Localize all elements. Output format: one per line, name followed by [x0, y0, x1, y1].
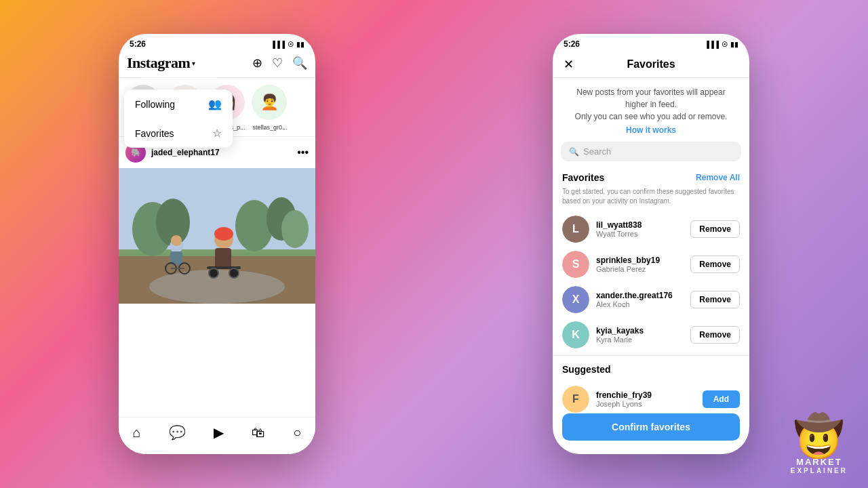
how-it-works-link[interactable]: How it works — [553, 125, 749, 135]
user-avatar-sprinkles: S — [562, 251, 589, 278]
favorites-hint: To get started, you can confirm these su… — [553, 187, 749, 211]
suggested-user-row-1: F frenchie_fry39 Joseph Lyons Add — [553, 382, 749, 417]
user-avatar-kyia: K — [562, 321, 589, 348]
watermark-line1: MARKET — [791, 457, 848, 467]
watermark-hat-icon: 🤠 — [791, 416, 848, 457]
user-name-3: Alex Koch — [596, 300, 684, 308]
user-handle-2: sprinkles_bby19 — [596, 256, 684, 265]
status-bar-left: 5:26 ▐▐▐ ☉ ▮▮ — [119, 34, 315, 52]
following-icon: 👥 — [208, 98, 222, 110]
close-button[interactable]: ✕ — [564, 57, 574, 72]
suggested-handle-1: frenchie_fry39 — [596, 390, 696, 400]
watermark-line2: EXPLAINER — [791, 467, 848, 474]
user-name-1: Wyatt Torres — [596, 230, 684, 238]
wifi-icon-r: ☉ — [722, 41, 728, 48]
header-icons: ⊕ ♡ 🔍 — [252, 56, 307, 70]
user-info-kyia: kyia_kayaks Kyra Marie — [596, 326, 684, 344]
battery-icon-r: ▮▮ — [730, 41, 738, 48]
favorites-label: Favorites — [135, 128, 174, 139]
status-bar-right: 5:26 ▐▐▐ ☉ ▮▮ — [553, 34, 749, 52]
remove-all-button[interactable]: Remove All — [696, 173, 740, 182]
svg-point-5 — [281, 210, 309, 248]
suggested-section: Suggested — [553, 359, 749, 382]
suggested-name-1: Joseph Lyons — [596, 400, 696, 408]
remove-button-2[interactable]: Remove — [690, 256, 740, 273]
status-icons-right: ▐▐▐ ☉ ▮▮ — [705, 41, 738, 48]
following-label: Following — [135, 99, 175, 110]
remove-button-4[interactable]: Remove — [690, 326, 740, 344]
right-phone: 5:26 ▐▐▐ ☉ ▮▮ ✕ Favorites New posts from… — [553, 34, 749, 454]
reels-nav-icon[interactable]: ▶ — [214, 424, 224, 441]
home-nav-icon[interactable]: ⌂ — [133, 425, 141, 441]
profile-nav-icon[interactable]: ○ — [293, 425, 301, 441]
user-handle-4: kyia_kayaks — [596, 326, 684, 336]
post-more-icon[interactable]: ••• — [297, 146, 309, 159]
messages-nav-icon[interactable]: 💬 — [169, 424, 186, 441]
user-info-frenchie: frenchie_fry39 Joseph Lyons — [596, 390, 696, 408]
following-option[interactable]: Following 👥 — [124, 89, 233, 119]
user-avatar-xander: X — [562, 286, 589, 313]
post-username: jaded_elephant17 — [151, 148, 220, 157]
user-info-lil-wyatt: lil_wyatt838 Wyatt Torres — [596, 220, 684, 238]
favorite-user-row-3: X xander.the.great176 Alex Koch Remove — [553, 282, 749, 317]
feed-filter-dropdown: Following 👥 Favorites ☆ — [124, 89, 233, 148]
bottom-navigation: ⌂ 💬 ▶ 🛍 ○ — [119, 417, 315, 454]
favorites-title: Favorites — [627, 58, 675, 70]
svg-point-9 — [214, 227, 233, 241]
section-divider — [553, 355, 749, 356]
instagram-header: Instagram ▾ ⊕ ♡ 🔍 — [119, 52, 315, 78]
status-icons-left: ▐▐▐ ☉ ▮▮ — [271, 41, 304, 48]
favorite-user-row-2: S sprinkles_bby19 Gabriela Perez Remove — [553, 247, 749, 282]
favorite-user-row-1: L lil_wyatt838 Wyatt Torres Remove — [553, 211, 749, 247]
user-name-2: Gabriela Perez — [596, 265, 684, 273]
battery-icon: ▮▮ — [296, 41, 304, 48]
time-left: 5:26 — [130, 39, 146, 49]
search-placeholder: Search — [583, 146, 611, 157]
post-image — [119, 168, 315, 304]
user-avatar-frenchie: F — [562, 386, 589, 413]
favorites-description: New posts from your favorites will appea… — [553, 78, 749, 125]
confirm-favorites-button[interactable]: Confirm favorites — [562, 413, 740, 441]
add-button-1[interactable]: Add — [703, 390, 740, 408]
add-post-icon[interactable]: ⊕ — [252, 56, 262, 70]
signal-icon: ▐▐▐ — [271, 41, 285, 48]
description-text: New posts from your favorites will appea… — [575, 87, 728, 121]
signal-icon-r: ▐▐▐ — [705, 41, 719, 48]
svg-rect-10 — [215, 248, 231, 268]
watermark: 🤠 MARKET EXPLAINER — [791, 416, 848, 474]
favorite-user-row-4: K kyia_kayaks Kyra Marie Remove — [553, 317, 749, 352]
search-icon-header[interactable]: 🔍 — [292, 56, 307, 70]
remove-button-3[interactable]: Remove — [690, 291, 740, 308]
favorites-option[interactable]: Favorites ☆ — [124, 119, 233, 148]
user-avatar-lil-wyatt: L — [562, 216, 589, 243]
user-info-sprinkles: sprinkles_bby19 Gabriela Perez — [596, 256, 684, 273]
wifi-icon: ☉ — [288, 41, 294, 48]
user-info-xander: xander.the.great176 Alex Koch — [596, 291, 684, 308]
search-icon-fav: 🔍 — [569, 147, 579, 157]
left-phone: 5:26 ▐▐▐ ☉ ▮▮ Instagram ▾ ⊕ ♡ 🔍 Followin… — [119, 34, 315, 454]
svg-point-15 — [171, 235, 182, 246]
story-stella[interactable]: 🧑‍🦱 stellas_gr0... — [252, 85, 288, 131]
heart-icon[interactable]: ♡ — [272, 56, 283, 70]
favorites-header: ✕ Favorites — [553, 52, 749, 78]
favorites-star-icon: ☆ — [212, 127, 222, 140]
search-bar[interactable]: 🔍 Search — [561, 142, 741, 161]
favorites-section-title: Favorites — [562, 172, 604, 183]
remove-button-1[interactable]: Remove — [690, 220, 740, 238]
time-right: 5:26 — [564, 39, 580, 49]
svg-point-12 — [209, 268, 218, 278]
instagram-logo[interactable]: Instagram ▾ — [127, 54, 195, 72]
suggested-section-title: Suggested — [562, 364, 740, 375]
svg-point-13 — [229, 268, 239, 278]
user-handle-3: xander.the.great176 — [596, 291, 684, 300]
user-handle-1: lil_wyatt838 — [596, 220, 684, 230]
shop-nav-icon[interactable]: 🛍 — [252, 425, 265, 441]
story-stella-label: stellas_gr0... — [252, 124, 287, 131]
favorites-section-header: Favorites Remove All — [553, 168, 749, 187]
user-name-4: Kyra Marie — [596, 336, 684, 344]
